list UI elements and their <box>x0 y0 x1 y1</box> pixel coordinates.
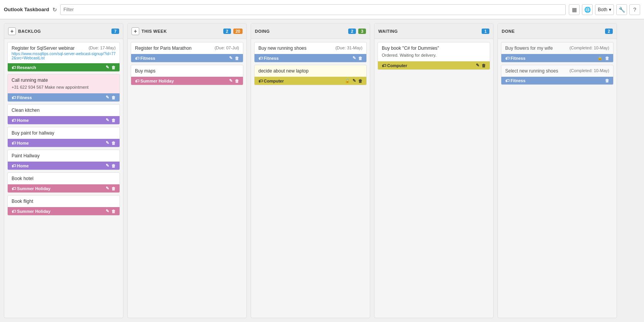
card-title-buy-running-shoes: Buy new running shoes <box>258 46 307 51</box>
card-title-row-decide-laptop: decide about new laptop <box>258 68 362 74</box>
edit-icon-decide-laptop[interactable]: ✎ <box>352 78 356 83</box>
card-paint-hallway[interactable]: Paint Hallway🏷 Home✎🗑 <box>7 150 120 170</box>
card-title-buy-book-csharp: Buy book "C# for Dummies" <box>382 46 439 51</box>
card-title-row-select-running-shoes: Select new running shoes(Completed: 10-M… <box>505 68 609 74</box>
card-buy-paint-hallway[interactable]: Buy paint for hallway🏷 Home✎🗑 <box>7 127 120 147</box>
edit-icon-buy-book-csharp[interactable]: ✎ <box>476 63 479 68</box>
tag-label-buy-maps: 🏷 Summer Holiday <box>135 79 174 83</box>
tag-actions-call-running-mate: ✎🗑 <box>106 95 116 100</box>
card-content-register-sqlserver: Register for SqlServer webinar(Due: 17-M… <box>8 42 120 63</box>
lock-icon-decide-laptop[interactable]: 🔒 <box>345 78 350 83</box>
card-title-row-buy-paint-hallway: Buy paint for hallway <box>12 130 116 136</box>
card-tag-decide-laptop: 🏷 Computer🔒✎🗑 <box>255 77 366 85</box>
delete-icon-buy-flowers-wife[interactable]: 🗑 <box>605 56 609 61</box>
card-title-buy-maps: Buy maps <box>135 68 155 74</box>
card-call-running-mate[interactable]: Call running mate+31 622 934 567 Make ne… <box>7 74 120 102</box>
edit-icon-call-running-mate[interactable]: ✎ <box>106 95 109 100</box>
tag-label-decide-laptop: 🏷 Computer <box>258 79 284 83</box>
column-header-done: DONE2 <box>498 24 617 39</box>
delete-icon-register-paris-marathon[interactable]: 🗑 <box>235 56 239 61</box>
help-icon[interactable]: ? <box>629 4 640 15</box>
card-buy-maps[interactable]: Buy maps🏷 Summer Holiday✎🗑 <box>131 65 243 85</box>
refresh-button[interactable]: ↻ <box>52 7 57 13</box>
edit-icon-buy-maps[interactable]: ✎ <box>229 78 233 83</box>
globe-icon[interactable]: 🌐 <box>582 4 593 15</box>
tag-actions-paint-hallway: ✎🗑 <box>106 163 116 168</box>
card-register-sqlserver[interactable]: Register for SqlServer webinar(Due: 17-M… <box>7 42 120 72</box>
tag-actions-decide-laptop: 🔒✎🗑 <box>345 78 362 83</box>
card-tag-register-paris-marathon: 🏷 Fitness✎🗑 <box>131 54 243 62</box>
delete-icon-decide-laptop[interactable]: 🗑 <box>358 79 362 83</box>
edit-icon-register-paris-marathon[interactable]: ✎ <box>229 56 233 61</box>
card-clean-kitchen[interactable]: Clean kitchen🏷 Home✎🗑 <box>7 104 120 125</box>
card-book-flight[interactable]: Book flight🏷 Summer Holiday✎🗑 <box>7 195 120 216</box>
delete-icon-select-running-shoes[interactable]: 🗑 <box>605 78 609 83</box>
card-tag-register-sqlserver: 🏷 Research✎🗑 <box>8 63 120 71</box>
delete-icon-paint-hallway[interactable]: 🗑 <box>111 164 116 168</box>
card-content-buy-flowers-wife: Buy flowers for my wife(Completed: 10-Ma… <box>501 42 613 54</box>
tag-actions-select-running-shoes: 🗑 <box>605 78 609 83</box>
add-card-button-backlog[interactable]: + <box>8 27 16 35</box>
card-title-row-clean-kitchen: Clean kitchen <box>12 108 116 113</box>
card-select-running-shoes[interactable]: Select new running shoes(Completed: 10-M… <box>501 65 614 85</box>
column-title-doing: DOING <box>255 29 346 34</box>
card-buy-book-csharp[interactable]: Buy book "C# for Dummies"Ordered. Waitin… <box>378 42 490 70</box>
app-title: Outlook Taskboard <box>4 7 49 12</box>
delete-icon-register-sqlserver[interactable]: 🗑 <box>111 65 116 70</box>
column-body-this-week: Register for Paris Marathon(Due: 07-Jul)… <box>128 39 246 318</box>
edit-icon-register-sqlserver[interactable]: ✎ <box>106 65 109 70</box>
card-link-register-sqlserver: https://www.mssqltips.com/sql-server-web… <box>12 52 116 60</box>
card-content-book-flight: Book flight <box>8 196 120 207</box>
card-buy-running-shoes[interactable]: Buy new running shoes(Due: 31-May)🏷 Fitn… <box>254 42 367 62</box>
card-title-row-call-running-mate: Call running mate <box>12 78 116 83</box>
badge2-doing: 3 <box>358 29 366 34</box>
tag-label-buy-running-shoes: 🏷 Fitness <box>258 56 279 61</box>
card-subtitle-call-running-mate: +31 622 934 567 Make new appointment <box>12 84 116 90</box>
column-title-this-week: THIS WEEK <box>142 29 221 34</box>
filter-input[interactable] <box>60 4 566 15</box>
delete-icon-book-hotel[interactable]: 🗑 <box>111 186 116 191</box>
edit-icon-book-hotel[interactable]: ✎ <box>106 186 109 191</box>
card-tag-select-running-shoes: 🏷 Fitness🗑 <box>501 77 613 84</box>
edit-icon-paint-hallway[interactable]: ✎ <box>106 163 109 168</box>
card-decide-laptop[interactable]: decide about new laptop🏷 Computer🔒✎🗑 <box>254 65 367 85</box>
tag-actions-clean-kitchen: ✎🗑 <box>106 118 116 123</box>
delete-icon-buy-running-shoes[interactable]: 🗑 <box>358 56 362 61</box>
card-content-paint-hallway: Paint Hallway <box>8 150 120 162</box>
delete-icon-buy-paint-hallway[interactable]: 🗑 <box>111 141 116 145</box>
add-card-button-this-week[interactable]: + <box>131 27 139 35</box>
badge-count-backlog: 7 <box>111 29 119 34</box>
tag-label-buy-book-csharp: 🏷 Computer <box>382 63 407 68</box>
delete-icon-call-running-mate[interactable]: 🗑 <box>111 95 116 100</box>
card-title-decide-laptop: decide about new laptop <box>258 68 309 74</box>
edit-icon-buy-running-shoes[interactable]: ✎ <box>352 56 356 61</box>
card-tag-buy-book-csharp: 🏷 Computer✎🗑 <box>378 61 490 69</box>
both-dropdown[interactable]: Both ▾ <box>595 4 614 15</box>
card-content-clean-kitchen: Clean kitchen <box>8 105 120 116</box>
tag-actions-book-flight: ✎🗑 <box>106 209 116 214</box>
card-title-call-running-mate: Call running mate <box>12 78 48 83</box>
card-buy-flowers-wife[interactable]: Buy flowers for my wife(Completed: 10-Ma… <box>501 42 614 62</box>
delete-icon-buy-book-csharp[interactable]: 🗑 <box>482 63 486 68</box>
card-title-book-hotel: Book hotel <box>12 176 34 181</box>
lock-icon-buy-flowers-wife[interactable]: 🔒 <box>597 56 603 61</box>
card-tag-book-flight: 🏷 Summer Holiday✎🗑 <box>8 207 120 215</box>
card-title-book-flight: Book flight <box>12 199 33 204</box>
delete-icon-buy-maps[interactable]: 🗑 <box>235 79 239 83</box>
column-backlog: +BACKLOG7Register for SqlServer webinar(… <box>4 23 123 318</box>
edit-icon-clean-kitchen[interactable]: ✎ <box>106 118 109 123</box>
card-due-select-running-shoes: (Completed: 10-May) <box>570 68 609 73</box>
card-title-register-sqlserver: Register for SqlServer webinar <box>12 46 74 51</box>
card-tag-buy-maps: 🏷 Summer Holiday✎🗑 <box>131 77 243 85</box>
wrench-icon[interactable]: 🔧 <box>616 4 627 15</box>
delete-icon-book-flight[interactable]: 🗑 <box>111 209 116 214</box>
card-register-paris-marathon[interactable]: Register for Paris Marathon(Due: 07-Jul)… <box>131 42 243 62</box>
calendar-icon[interactable]: ▦ <box>569 4 580 15</box>
edit-icon-book-flight[interactable]: ✎ <box>106 209 109 214</box>
card-book-hotel[interactable]: Book hotel🏷 Summer Holiday✎🗑 <box>7 172 120 193</box>
column-title-done: DONE <box>502 29 603 34</box>
delete-icon-clean-kitchen[interactable]: 🗑 <box>111 118 116 123</box>
column-this-week: +THIS WEEK220Register for Paris Marathon… <box>127 23 247 318</box>
column-header-waiting: WAITING1 <box>374 24 493 39</box>
edit-icon-buy-paint-hallway[interactable]: ✎ <box>106 140 109 145</box>
